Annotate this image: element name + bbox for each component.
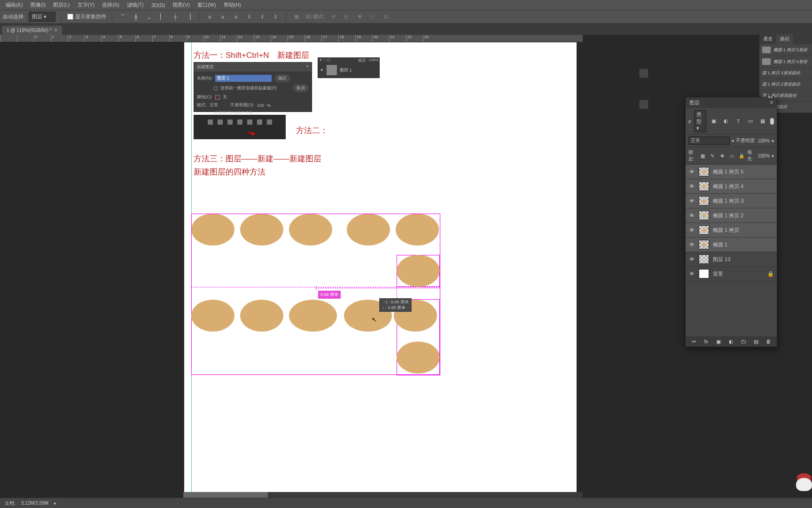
adjustment-layer-icon[interactable]: ◐ [728, 338, 734, 345]
layer-row[interactable]: 👁 椭圆 1 拷贝 3 [686, 194, 777, 208]
menu-type[interactable]: 文字(Y) [74, 0, 99, 9]
distribute-hcenter-icon[interactable]: ⫴ [258, 12, 267, 22]
document-tab[interactable]: 1 @ 118%(RGB/8#) * × [2, 26, 62, 35]
layer-thumbnail[interactable] [699, 211, 709, 220]
ellipse-shape[interactable] [397, 341, 440, 373]
layer-thumbnail[interactable] [699, 167, 709, 176]
document-canvas[interactable]: 方法一：Shift+Ctrl+N 新建图层 新建图层 × 名称(N): 图层 1… [184, 42, 577, 498]
layer-name[interactable]: 图层 13 [713, 256, 730, 263]
status-flyout-icon[interactable]: ▸ [54, 500, 56, 506]
filter-toggle[interactable] [770, 118, 774, 125]
horizontal-ruler[interactable]: 0 1 2 3 4 5 6 7 8 9 10 11 12 13 14 15 16… [0, 35, 583, 42]
visibility-toggle-icon[interactable]: 👁 [688, 169, 695, 175]
status-docsize-value[interactable]: 3.12M/3.59M [21, 500, 48, 506]
filter-shape-icon[interactable]: ▭ [746, 117, 755, 126]
tab-paths[interactable]: 路径 [776, 34, 793, 44]
menu-view[interactable]: 视图(V) [169, 0, 194, 9]
auto-select-target-dropdown[interactable]: 图层 ▾ [29, 12, 55, 22]
layer-name[interactable]: 椭圆 1 拷贝 2 [713, 212, 743, 219]
align-vcenter-icon[interactable]: ╫ [131, 12, 141, 22]
layer-row[interactable]: 👁 椭圆 1 [686, 238, 777, 252]
3d-scale-icon[interactable]: ⊡ [381, 12, 390, 22]
distribute-left-icon[interactable]: ⫴ [244, 12, 254, 22]
align-left-icon[interactable]: ▏ [157, 12, 167, 22]
panel-close-icons[interactable]: ◂◂ ✕ [768, 95, 778, 99]
visibility-toggle-icon[interactable]: 👁 [688, 256, 695, 262]
new-layer-icon[interactable]: ▤ [753, 338, 759, 345]
visibility-toggle-icon[interactable]: 👁 [688, 198, 695, 204]
lock-position-icon[interactable]: ✥ [718, 151, 726, 160]
layer-name[interactable]: 椭圆 1 拷贝 3 [713, 198, 743, 205]
layer-name[interactable]: 椭圆 1 拷贝 [713, 227, 739, 234]
align-right-icon[interactable]: ▕ [184, 12, 193, 22]
distribute-bottom-icon[interactable]: ≡ [231, 12, 241, 22]
menu-layer[interactable]: 图层(L) [49, 0, 73, 9]
3d-roll-icon[interactable]: ◎ [342, 12, 351, 22]
align-bottom-icon[interactable]: ⎽ [144, 12, 154, 22]
layer-row[interactable]: 👁 椭圆 1 拷贝 [686, 223, 777, 238]
filter-adjust-icon[interactable]: ◐ [721, 117, 731, 126]
show-transform-input[interactable] [67, 14, 73, 20]
distribute-top-icon[interactable]: ≡ [205, 12, 214, 22]
menu-help[interactable]: 帮助(H) [220, 0, 245, 9]
layer-thumbnail[interactable] [699, 182, 709, 191]
layer-thumbnail[interactable] [699, 225, 709, 235]
auto-align-icon[interactable]: ▦ [292, 12, 301, 22]
layer-fx-icon[interactable]: fx [703, 338, 710, 345]
layer-name[interactable]: 椭圆 1 拷贝 5 [713, 168, 743, 175]
layer-row[interactable]: 👁 椭圆 1 拷贝 5 [686, 165, 777, 179]
ellipse-shape[interactable] [289, 300, 337, 332]
filter-type-icon[interactable]: T [734, 117, 743, 126]
layer-name[interactable]: 椭圆 1 拷贝 4 [713, 183, 743, 190]
distribute-vcenter-icon[interactable]: ≡ [218, 12, 227, 22]
visibility-toggle-icon[interactable]: 👁 [688, 213, 695, 218]
3d-slide-icon[interactable]: ⤢ [368, 12, 377, 22]
layer-thumbnail[interactable] [699, 240, 709, 249]
layer-row[interactable]: 👁 椭圆 1 拷贝 2 [686, 208, 777, 223]
layer-row[interactable]: 👁 背景 🔒 [686, 267, 777, 281]
layer-name[interactable]: 背景 [713, 270, 723, 278]
canvas-area[interactable]: 方法一：Shift+Ctrl+N 新建图层 新建图层 × 名称(N): 图层 1… [0, 42, 583, 498]
path-item[interactable]: 圆 1 拷贝 2形状路径 [759, 79, 812, 90]
distribute-right-icon[interactable]: ⫴ [271, 12, 280, 22]
3d-orbit-icon[interactable]: ⟲ [328, 12, 338, 22]
visibility-toggle-icon[interactable]: 👁 [688, 227, 695, 233]
fill-value[interactable]: 100% [757, 153, 770, 159]
ellipse-shape[interactable] [240, 300, 283, 332]
ellipse-shape[interactable] [191, 300, 234, 332]
lock-transparency-icon[interactable]: ▦ [699, 151, 707, 160]
close-tab-icon[interactable]: × [55, 28, 57, 33]
layer-thumbnail[interactable] [699, 254, 709, 264]
lock-pixels-icon[interactable]: ✎ [709, 151, 716, 160]
opacity-value[interactable]: 100% [757, 138, 770, 143]
menu-select[interactable]: 选择(S) [98, 0, 123, 9]
dock-icon[interactable] [639, 69, 648, 78]
menu-edit[interactable]: 编辑(E) [2, 0, 27, 9]
visibility-toggle-icon[interactable]: 👁 [688, 242, 695, 247]
filter-kind-dropdown[interactable]: 类型 ▾ [694, 110, 706, 132]
tab-channels[interactable]: 通道 [759, 34, 776, 44]
layer-name[interactable]: 椭圆 1 [713, 241, 727, 248]
path-item[interactable]: 椭圆 1 拷贝 5形状 [759, 44, 812, 56]
blend-mode-dropdown[interactable]: 正常 [688, 136, 730, 145]
delete-layer-icon[interactable]: 🗑 [765, 338, 772, 345]
link-layers-icon[interactable]: ⚯ [690, 338, 697, 345]
layer-thumbnail[interactable] [699, 269, 709, 278]
canvas-horizontal-scrollbar[interactable] [183, 492, 583, 498]
menu-filter[interactable]: 滤镜(T) [123, 0, 148, 9]
visibility-toggle-icon[interactable]: 👁 [688, 271, 695, 277]
path-item[interactable]: 圆 1 拷贝 3形状路径 [759, 68, 812, 79]
menu-3d[interactable]: 3D(D) [148, 1, 169, 9]
menu-window[interactable]: 窗口(W) [194, 0, 220, 9]
filter-pixel-icon[interactable]: ▣ [709, 117, 718, 126]
layer-group-icon[interactable]: 🗀 [741, 338, 747, 345]
show-transform-checkbox[interactable]: 显示变换控件 [67, 13, 106, 20]
path-item[interactable]: 椭圆 1 拷贝 4形状 [759, 56, 812, 68]
3d-pan-icon[interactable]: ✥ [355, 12, 364, 22]
panel-menu-icon[interactable]: ≡ [770, 99, 773, 106]
filter-smart-icon[interactable]: ▦ [758, 117, 767, 126]
align-top-icon[interactable]: ⎺ [118, 12, 127, 22]
visibility-toggle-icon[interactable]: 👁 [688, 183, 695, 189]
layer-thumbnail[interactable] [699, 196, 709, 206]
scrollbar-thumb[interactable] [183, 492, 268, 498]
